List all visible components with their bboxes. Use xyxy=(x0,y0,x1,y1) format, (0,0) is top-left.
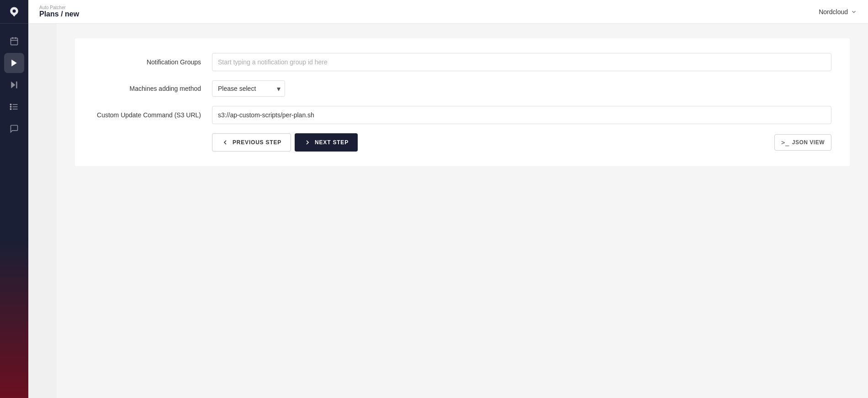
sidebar-item-step-forward[interactable] xyxy=(4,75,24,95)
sidebar-item-play[interactable] xyxy=(4,53,24,73)
main-content: Notification Groups Machines adding meth… xyxy=(57,24,868,398)
machines-method-label: Machines adding method xyxy=(93,85,212,92)
notification-groups-row: Notification Groups xyxy=(93,53,831,71)
buttons-row: PREVIOUS STEP NEXT STEP >_ JSON VIEW xyxy=(93,133,831,152)
sidebar-item-calendar[interactable] xyxy=(4,31,24,51)
chevron-left-icon xyxy=(222,139,229,146)
svg-rect-7 xyxy=(16,82,17,89)
sidebar-item-chat[interactable] xyxy=(4,119,24,139)
svg-point-13 xyxy=(10,109,11,110)
next-step-button[interactable]: NEXT STEP xyxy=(295,133,358,152)
user-name: Nordcloud xyxy=(819,8,848,16)
sidebar-item-list[interactable] xyxy=(4,97,24,117)
top-bar-left: Auto Patcher Plans / new xyxy=(39,5,79,18)
custom-update-control xyxy=(212,106,831,124)
terminal-icon: >_ xyxy=(781,139,789,146)
machines-method-row: Machines adding method Please select ▾ xyxy=(93,80,831,97)
custom-update-label: Custom Update Command (S3 URL) xyxy=(93,111,212,119)
chevron-down-icon xyxy=(851,9,857,15)
svg-point-11 xyxy=(10,104,11,105)
machines-method-control: Please select ▾ xyxy=(212,80,831,97)
notification-groups-label: Notification Groups xyxy=(93,58,212,66)
machines-method-select[interactable]: Please select xyxy=(212,80,285,97)
notification-groups-input[interactable] xyxy=(212,53,831,71)
sidebar-nav xyxy=(0,27,28,142)
svg-marker-5 xyxy=(11,60,17,67)
previous-step-button[interactable]: PREVIOUS STEP xyxy=(212,133,291,152)
app-name: Auto Patcher xyxy=(39,5,79,10)
machines-method-select-wrapper: Please select ▾ xyxy=(212,80,285,97)
form-card: Notification Groups Machines adding meth… xyxy=(75,38,850,166)
svg-point-0 xyxy=(13,9,16,12)
svg-rect-1 xyxy=(11,38,18,45)
app-logo xyxy=(0,0,28,24)
sidebar xyxy=(0,0,28,398)
user-menu[interactable]: Nordcloud xyxy=(819,8,857,16)
svg-point-12 xyxy=(10,106,11,108)
notification-groups-control xyxy=(212,53,831,71)
svg-marker-6 xyxy=(11,82,15,89)
page-title: Plans / new xyxy=(39,10,79,18)
custom-update-row: Custom Update Command (S3 URL) xyxy=(93,106,831,124)
json-view-button[interactable]: >_ JSON VIEW xyxy=(774,134,831,151)
custom-update-input[interactable] xyxy=(212,106,831,124)
top-bar: Auto Patcher Plans / new Nordcloud xyxy=(28,0,868,24)
buttons-left: PREVIOUS STEP NEXT STEP xyxy=(212,133,358,152)
chevron-right-icon xyxy=(304,139,311,146)
